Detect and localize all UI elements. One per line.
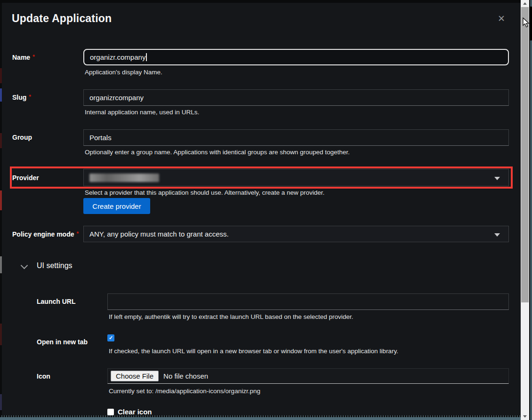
scroll-up-button[interactable]: [521, 0, 529, 7]
outer-scrollbar-divider: [529, 0, 530, 420]
outer-scrollbar-thumb[interactable]: [529, 7, 532, 40]
open-in-new-tab-checkbox[interactable]: ✓: [107, 334, 114, 341]
choose-file-button[interactable]: Choose File: [111, 371, 159, 381]
group-input[interactable]: Portals: [83, 129, 509, 146]
launch-url-label: Launch URL: [37, 298, 75, 305]
triangle-down-icon: [523, 415, 527, 418]
required-asterisk: *: [29, 94, 31, 100]
group-label: Group: [12, 134, 32, 141]
icon-current-help-text: Currently set to: /media/application-ico…: [109, 388, 260, 395]
background-sliver: [0, 394, 2, 410]
name-input[interactable]: organizr.company: [83, 49, 509, 65]
scrollbar-thumb[interactable]: [521, 7, 529, 302]
file-chosen-status: No file chosen: [163, 372, 208, 380]
group-help-text: Optionally enter a group name. Applicati…: [85, 149, 350, 156]
triangle-up-icon: [523, 2, 527, 5]
required-asterisk: *: [32, 54, 35, 60]
text-cursor: [146, 53, 147, 61]
background-sliver: [0, 256, 2, 273]
name-help-text: Application's display Name.: [85, 69, 162, 76]
background-sliver: [0, 68, 2, 83]
slug-help-text: Internal application name, used in URLs.: [85, 109, 199, 116]
required-asterisk: *: [76, 230, 79, 237]
open-in-new-tab-help-text: If checked, the launch URL will open in …: [109, 348, 398, 355]
launch-url-help-text: If left empty, authentik will try to ext…: [109, 313, 353, 320]
chevron-down-icon: [494, 233, 500, 237]
scroll-down-button[interactable]: [521, 413, 529, 420]
background-sliver: [0, 133, 2, 148]
page-bottom-edge: [0, 417, 532, 420]
close-icon[interactable]: ✕: [498, 14, 505, 23]
background-sliver: [0, 88, 2, 102]
icon-label: Icon: [37, 372, 50, 380]
page-top-edge: [0, 0, 532, 3]
policy-engine-mode-select[interactable]: ANY, any policy must match to grant acce…: [83, 226, 509, 242]
check-icon: ✓: [109, 335, 113, 341]
icon-file-input[interactable]: Choose File No file chosen: [107, 368, 509, 384]
name-label: Name*: [12, 54, 35, 61]
provider-select[interactable]: [83, 169, 509, 186]
modal-scrollbar[interactable]: [521, 0, 529, 420]
background-sliver: [0, 190, 2, 210]
clear-icon-label: Clear icon: [118, 408, 152, 416]
chevron-down-icon: [494, 177, 500, 180]
clear-icon-checkbox[interactable]: [107, 409, 114, 415]
create-provider-button[interactable]: Create provider: [83, 198, 150, 214]
slug-label: Slug*: [12, 94, 31, 101]
update-application-modal: Update Application ✕ Name* organizr.comp…: [0, 0, 532, 420]
provider-label: Provider: [12, 174, 39, 182]
page-title: Update Application: [12, 12, 112, 25]
policy-engine-mode-label: Policy engine mode*: [12, 230, 79, 238]
page-left-edge: [0, 3, 2, 415]
chevron-down-icon[interactable]: [21, 262, 28, 269]
launch-url-input[interactable]: [107, 293, 509, 310]
redacted-provider-value: [89, 174, 159, 182]
ui-settings-section-header[interactable]: UI settings: [37, 262, 73, 270]
open-in-new-tab-label: Open in new tab: [37, 338, 88, 346]
slug-input[interactable]: organizrcompany: [83, 89, 509, 106]
background-sliver: [0, 324, 2, 345]
provider-help-text: Select a provider that this application …: [85, 189, 324, 196]
